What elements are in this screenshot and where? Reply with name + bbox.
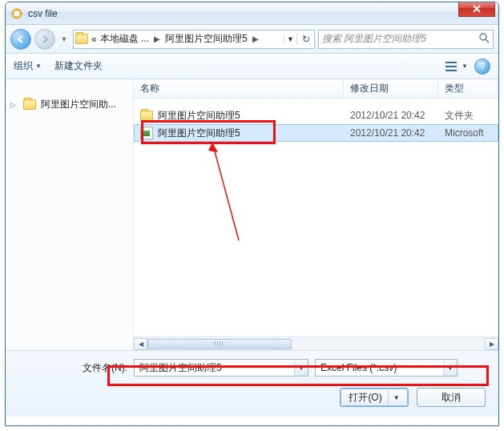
svg-rect-6 <box>446 70 457 71</box>
filename-row: 文件名(N): 阿里图片空间助理5 ▼ Excel Files (*.csv) … <box>83 359 489 377</box>
tree-expand-icon[interactable]: ▷ <box>10 101 16 109</box>
file-date: 2012/10/21 20:42 <box>344 127 438 139</box>
back-button[interactable] <box>10 29 31 50</box>
button-row: 打开(O) ▼ 取消 <box>15 388 489 407</box>
cancel-button[interactable]: 取消 <box>417 388 486 407</box>
breadcrumb[interactable]: « 本地磁盘 ... ▶ 阿里图片空间助理5 ▶ ▼ ↻ <box>73 30 315 49</box>
sidebar-item-label: 阿里图片空间助... <box>41 98 116 111</box>
app-icon <box>10 7 23 20</box>
refresh-icon[interactable]: ↻ <box>296 34 314 45</box>
view-mode-button[interactable]: ▼ <box>442 58 470 75</box>
file-type: 文件夹 <box>438 109 498 123</box>
svg-line-3 <box>486 39 489 42</box>
window-title: csv file <box>28 8 58 19</box>
col-date[interactable]: 修改日期 <box>344 79 438 98</box>
cancel-label: 取消 <box>442 391 461 405</box>
sidebar: ▷ 阿里图片空间助... <box>6 79 134 350</box>
file-name: 阿里图片空间助理5 <box>158 109 240 123</box>
dialog-body: ▷ 阿里图片空间助... 名称 修改日期 类型 阿里图片空间助理5 2012/1… <box>6 79 498 350</box>
sidebar-item[interactable]: ▷ 阿里图片空间助... <box>6 95 133 114</box>
filename-label: 文件名(N): <box>83 361 127 375</box>
toolbar: 组织 ▼ 新建文件夹 ▼ ? <box>6 54 498 79</box>
col-name[interactable]: 名称 <box>134 79 344 98</box>
search-placeholder: 搜索 阿里图片空间助理5 <box>322 32 426 46</box>
window-controls <box>458 2 495 17</box>
help-button[interactable]: ? <box>474 58 490 75</box>
horizontal-scrollbar[interactable]: ◀ ▶ <box>134 336 498 350</box>
svg-rect-1 <box>14 11 19 16</box>
open-button[interactable]: 打开(O) ▼ <box>340 388 409 407</box>
rows-container: 阿里图片空间助理5 2012/10/21 20:42 文件夹 阿里图片空间助理5… <box>134 99 498 336</box>
col-type[interactable]: 类型 <box>438 79 498 98</box>
chevron-down-icon[interactable]: ▼ <box>294 360 308 376</box>
svg-rect-4 <box>446 62 457 63</box>
file-type: Microsoft <box>438 127 498 139</box>
search-input[interactable]: 搜索 阿里图片空间助理5 <box>318 30 494 49</box>
chevron-right-icon: ▶ <box>151 34 163 43</box>
svg-rect-5 <box>446 66 457 67</box>
open-label: 打开(O) <box>349 391 381 405</box>
file-list: 名称 修改日期 类型 阿里图片空间助理5 2012/10/21 20:42 文件… <box>134 79 498 350</box>
breadcrumb-dropdown[interactable]: ▼ <box>284 35 296 43</box>
search-icon <box>479 33 490 46</box>
folder-icon <box>140 111 153 121</box>
close-button[interactable] <box>458 2 495 17</box>
filename-input[interactable]: 阿里图片空间助理5 ▼ <box>134 359 308 377</box>
scroll-left-button[interactable]: ◀ <box>134 338 147 350</box>
list-item[interactable]: 阿里图片空间助理5 2012/10/21 20:42 文件夹 <box>134 107 498 124</box>
bottom-panel: 文件名(N): 阿里图片空间助理5 ▼ Excel Files (*.csv) … <box>6 350 498 417</box>
folder-icon <box>74 34 90 44</box>
breadcrumb-seg-1[interactable]: 本地磁盘 ... <box>99 32 151 46</box>
breadcrumb-seg-2[interactable]: 阿里图片空间助理5 <box>163 32 249 46</box>
scroll-thumb[interactable] <box>147 339 292 349</box>
list-item[interactable]: 阿里图片空间助理5 2012/10/21 20:42 Microsoft <box>134 124 498 142</box>
forward-button[interactable] <box>34 29 55 50</box>
nav-row: ▼ « 本地磁盘 ... ▶ 阿里图片空间助理5 ▶ ▼ ↻ 搜索 阿里图片空间… <box>6 25 498 54</box>
scroll-right-button[interactable]: ▶ <box>485 338 498 350</box>
excel-icon <box>140 127 153 139</box>
breadcrumb-prefix: « <box>90 34 99 45</box>
filetype-select[interactable]: Excel Files (*.csv) ▼ <box>315 359 458 377</box>
file-date: 2012/10/21 20:42 <box>344 110 438 121</box>
column-headers: 名称 修改日期 类型 <box>134 79 498 99</box>
organize-menu[interactable]: 组织 ▼ <box>14 59 42 73</box>
folder-icon <box>23 99 36 110</box>
nav-history-dropdown[interactable]: ▼ <box>58 30 70 48</box>
file-open-dialog: csv file ▼ « 本地磁盘 ... ▶ 阿里图片空间助理5 ▶ ▼ ↻ … <box>5 2 499 426</box>
newfolder-label: 新建文件夹 <box>54 59 103 73</box>
chevron-down-icon: ▼ <box>460 58 470 75</box>
file-name: 阿里图片空间助理5 <box>158 127 240 140</box>
chevron-right-icon: ▶ <box>249 34 262 43</box>
filename-value: 阿里图片空间助理5 <box>135 361 294 375</box>
titlebar: csv file <box>6 2 498 25</box>
new-folder-button[interactable]: 新建文件夹 <box>54 59 103 73</box>
scroll-track[interactable] <box>147 338 485 350</box>
filetype-value: Excel Files (*.csv) <box>316 362 443 373</box>
chevron-down-icon: ▼ <box>35 62 42 70</box>
svg-point-2 <box>480 34 486 40</box>
organize-label: 组织 <box>14 59 33 73</box>
view-icon <box>442 58 460 75</box>
chevron-down-icon[interactable]: ▼ <box>443 360 457 376</box>
chevron-down-icon[interactable]: ▼ <box>388 389 400 406</box>
